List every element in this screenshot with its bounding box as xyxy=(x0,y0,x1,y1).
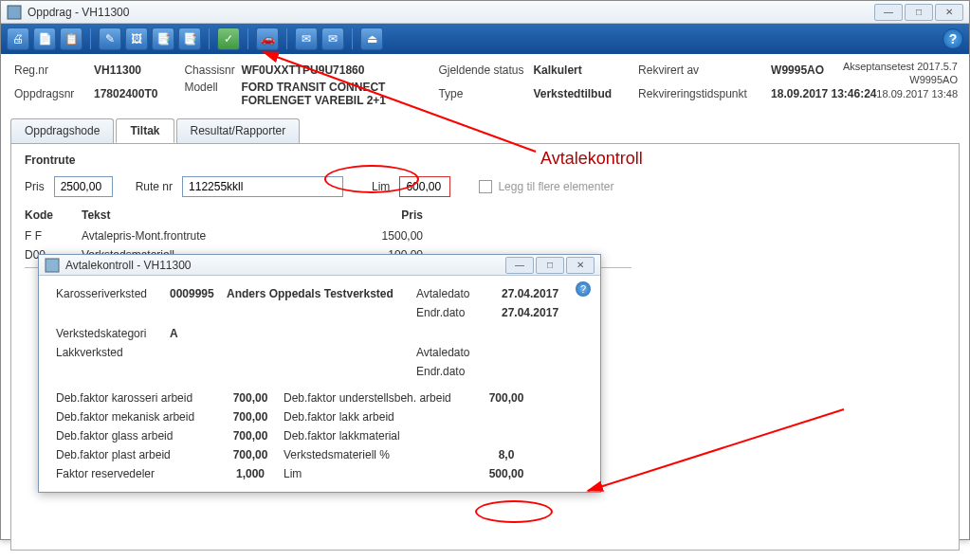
f2-label: Deb.faktor mekanisk arbeid xyxy=(56,410,217,424)
f4b-label: Verkstedsmateriell % xyxy=(284,448,473,461)
f5-label: Faktor reservedeler xyxy=(56,467,217,480)
lim-input[interactable] xyxy=(399,176,450,197)
modal-close-button[interactable]: ✕ xyxy=(566,257,595,274)
copy-icon[interactable]: 📋 xyxy=(60,27,82,50)
print-icon[interactable]: 🖨 xyxy=(7,27,29,50)
image-icon[interactable]: 🖼 xyxy=(125,27,148,50)
col-tekst: Tekst xyxy=(82,208,328,222)
karosseri-name: Anders Oppedals Testverksted xyxy=(227,287,416,300)
exit-icon[interactable]: ⏏ xyxy=(360,27,383,50)
karosseri-code: 0009995 xyxy=(170,287,227,300)
check-icon[interactable]: ✓ xyxy=(217,27,240,50)
oppdragsnr-label: Oppdragsnr xyxy=(14,87,94,107)
type-value: Verkstedtilbud xyxy=(533,87,612,107)
pris-input[interactable] xyxy=(54,176,113,197)
new-icon[interactable]: 📄 xyxy=(33,27,56,50)
col-kode: Kode xyxy=(25,208,82,222)
rekv-time-label: Rekvireringstidspunkt xyxy=(638,87,771,107)
f2b-label: Deb.faktor lakk arbeid xyxy=(284,410,473,424)
f3-value: 700,00 xyxy=(217,429,284,443)
doc2-icon[interactable]: 📑 xyxy=(178,27,201,50)
f3-label: Deb.faktor glass arbeid xyxy=(56,429,217,443)
f5-value: 1,000 xyxy=(217,467,284,480)
kategori-label: Verkstedskategori xyxy=(56,327,170,340)
f5b-label: Lim xyxy=(284,467,473,480)
meta-line2: W9995AO xyxy=(843,73,958,86)
chassisnr-label: Chassisnr xyxy=(184,63,241,77)
modell-label: Modell xyxy=(184,81,241,107)
type-label: Type xyxy=(438,87,533,107)
tabs: Oppdragshode Tiltak Resultat/Rapporter xyxy=(1,118,969,143)
header-info: Reg.nr VH11300 Oppdragsnr 17802400T0 Cha… xyxy=(1,54,969,113)
meta-line3: 18.09.2017 13:48 xyxy=(843,87,958,100)
lakk-label: Lakkverksted xyxy=(56,346,170,359)
maximize-button[interactable]: □ xyxy=(905,4,933,21)
avtaledato2-label: Avtaledato xyxy=(416,346,502,359)
rutenr-label: Rute nr xyxy=(136,180,173,193)
modal-maximize-button[interactable]: □ xyxy=(536,257,564,274)
endrdato2-label: Endr.dato xyxy=(416,365,502,378)
chassisnr-value: WF0UXXTTPU9U71860 xyxy=(241,63,412,77)
meta-line1: Akseptansetest 2017.5.7 xyxy=(843,60,958,73)
rutenr-input[interactable] xyxy=(182,176,343,197)
app-icon xyxy=(7,5,22,20)
f2-value: 700,00 xyxy=(217,410,284,424)
table-head: Kode Tekst Pris xyxy=(25,208,945,222)
f1-label: Deb.faktor karosseri arbeid xyxy=(56,391,217,405)
car-icon[interactable]: 🚗 xyxy=(256,27,279,50)
regnr-label: Reg.nr xyxy=(14,63,94,83)
modal-title: Avtalekontroll - VH11300 xyxy=(65,259,505,272)
cell-pris: 1500,00 xyxy=(328,229,423,243)
f1b-value: 700,00 xyxy=(473,391,540,405)
endrdato-label: Endr.dato xyxy=(416,306,502,319)
karosseri-label: Karosseriverksted xyxy=(56,287,170,300)
table-row: F F Avtalepris-Mont.frontrute 1500,00 xyxy=(25,229,945,243)
pris-label: Pris xyxy=(25,180,45,193)
f4b-value: 8,0 xyxy=(473,448,540,461)
mail-icon[interactable]: ✉ xyxy=(295,27,318,50)
modell-value: FORD TRANSIT CONNECT FORLENGET VAREBIL 2… xyxy=(241,81,412,107)
modal-help-icon[interactable]: ? xyxy=(576,281,591,297)
tab-oppdragshode[interactable]: Oppdragshode xyxy=(10,118,114,143)
mail2-icon[interactable]: ✉ xyxy=(321,27,344,50)
edit-icon[interactable]: ✎ xyxy=(99,27,121,50)
doc-icon[interactable]: 📑 xyxy=(152,27,174,50)
add-elements-label: Legg til flere elementer xyxy=(498,180,613,193)
f3b-label: Deb.faktor lakkmaterial xyxy=(284,429,473,443)
kategori-value: A xyxy=(170,327,227,340)
close-button[interactable]: ✕ xyxy=(935,4,963,21)
main-titlebar: Oppdrag - VH11300 — □ ✕ xyxy=(1,1,969,24)
svg-rect-1 xyxy=(46,259,59,272)
cell-tekst: Avtalepris-Mont.frontrute xyxy=(82,229,328,243)
meta-right: Akseptansetest 2017.5.7 W9995AO 18.09.20… xyxy=(843,60,958,100)
avtalekontroll-modal: Avtalekontroll - VH11300 — □ ✕ ? Karosse… xyxy=(38,254,601,493)
oppdragsnr-value: 17802400T0 xyxy=(94,87,157,107)
f5b-value: 500,00 xyxy=(473,467,540,480)
window-buttons: — □ ✕ xyxy=(874,4,963,21)
annotation-label: Avtalekontroll xyxy=(540,149,643,169)
frontrute-title: Frontrute xyxy=(25,154,945,167)
f1-value: 700,00 xyxy=(217,391,284,405)
help-icon[interactable]: ? xyxy=(943,28,963,49)
rekvirert-label: Rekvirert av xyxy=(638,63,771,83)
minimize-button[interactable]: — xyxy=(874,4,903,21)
lim-label: Lim xyxy=(372,180,390,193)
toolbar: 🖨 📄 📋 ✎ 🖼 📑 📑 ✓ 🚗 ✉ ✉ ⏏ ? xyxy=(1,24,969,54)
avtaledato-label: Avtaledato xyxy=(416,287,502,300)
main-title: Oppdrag - VH11300 xyxy=(27,6,874,19)
f1b-label: Deb.faktor understellsbeh. arbeid xyxy=(284,391,473,405)
tab-resultat[interactable]: Resultat/Rapporter xyxy=(176,118,301,143)
svg-rect-0 xyxy=(8,6,21,19)
modal-titlebar: Avtalekontroll - VH11300 — □ ✕ xyxy=(39,255,600,276)
f4-label: Deb.faktor plast arbeid xyxy=(56,448,217,461)
add-elements-checkbox[interactable] xyxy=(479,180,492,193)
status-label: Gjeldende status xyxy=(438,63,533,83)
regnr-value: VH11300 xyxy=(94,63,157,83)
modal-app-icon xyxy=(45,258,60,273)
col-pris: Pris xyxy=(328,208,423,222)
tab-tiltak[interactable]: Tiltak xyxy=(116,118,174,143)
modal-minimize-button[interactable]: — xyxy=(505,257,534,274)
status-value: Kalkulert xyxy=(533,63,612,83)
cell-kode: F F xyxy=(25,229,82,243)
f4-value: 700,00 xyxy=(217,448,284,461)
